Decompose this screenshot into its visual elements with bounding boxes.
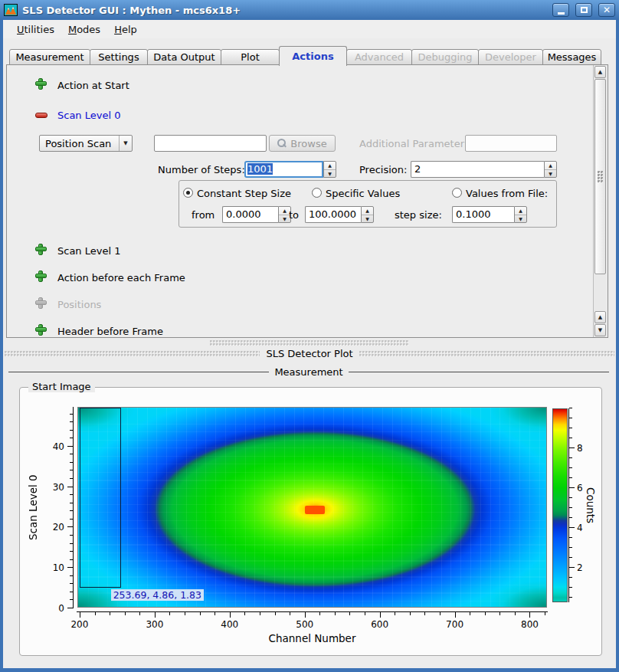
x-axis-tick-label: 200: [70, 619, 88, 630]
values-from-file-radio[interactable]: [452, 188, 462, 198]
expand-plus-icon[interactable]: [35, 270, 47, 282]
to-label: to: [289, 209, 299, 221]
additional-parameter-input[interactable]: [465, 135, 557, 152]
menu-utilities[interactable]: Utilities: [10, 21, 61, 38]
y-axis-tick: [70, 510, 73, 511]
header-before-frame-row[interactable]: Header before Frame: [57, 326, 163, 337]
scan-script-input[interactable]: [154, 135, 267, 152]
scroll-down-button[interactable]: ▼: [594, 324, 606, 336]
close-icon: ✕: [603, 5, 611, 15]
from-spinbox[interactable]: 0.0000 ▲▼: [222, 206, 291, 223]
tab-settings[interactable]: Settings: [90, 49, 148, 65]
zoom-selection-rect[interactable]: [80, 408, 121, 588]
collapse-minus-icon[interactable]: [35, 113, 47, 118]
spin-down-icon[interactable]: ▼: [362, 215, 373, 223]
x-axis-tick: [545, 612, 545, 615]
y-axis-tick: [70, 454, 73, 454]
x-axis-tick-label: 600: [371, 619, 388, 630]
x-axis-tick: [335, 612, 336, 615]
expand-plus-icon[interactable]: [35, 244, 47, 255]
magnifier-icon: [277, 139, 287, 148]
tab-data-output[interactable]: Data Output: [147, 49, 221, 65]
specific-values-radio[interactable]: [312, 188, 322, 198]
cb-axis-tick: [569, 537, 572, 538]
cb-axis-tick: [569, 477, 572, 478]
plot-dock-title: SLS Detector Plot: [266, 348, 352, 359]
splitter-handle[interactable]: [210, 340, 409, 346]
cb-axis-tick-label: 6: [577, 483, 583, 493]
y-axis-tick: [70, 470, 73, 470]
app-icon: [4, 4, 18, 16]
menu-bar: Utilities Modes Help: [3, 20, 616, 38]
x-axis-tick: [215, 612, 215, 615]
scroll-up-button[interactable]: ▲: [594, 66, 606, 78]
titlebar[interactable]: SLS Detector GUI : Mythen - mcs6x18+ ✕: [0, 0, 619, 20]
y-axis-tick: [70, 478, 73, 479]
scrollbar-thumb[interactable]: [594, 79, 606, 274]
y-axis-tick: [70, 575, 73, 576]
spin-down-icon[interactable]: ▼: [545, 170, 556, 178]
expand-plus-icon[interactable]: [35, 324, 47, 336]
spin-down-icon[interactable]: ▼: [515, 215, 526, 223]
cb-axis-tick: [569, 527, 575, 528]
step-mode-groupbox: Constant Step Size Specific Values Value…: [178, 180, 557, 228]
x-axis-tick: [95, 612, 96, 615]
precision-spinbox[interactable]: 2 ▲▼: [411, 161, 557, 178]
constant-step-radio[interactable]: [183, 188, 193, 198]
x-axis-tick-label: 300: [146, 619, 163, 630]
spin-up-icon[interactable]: ▲: [515, 207, 526, 215]
expand-plus-icon[interactable]: [35, 78, 47, 90]
cb-axis-tick: [569, 557, 572, 558]
menu-modes[interactable]: Modes: [61, 21, 107, 38]
spin-up-icon[interactable]: ▲: [362, 207, 373, 215]
scroll-up-button-2[interactable]: ▲: [594, 311, 606, 323]
dock-texture[interactable]: [5, 351, 260, 356]
spin-down-icon[interactable]: ▼: [324, 170, 336, 178]
scan-level-1-row[interactable]: Scan Level 1: [57, 245, 120, 257]
scan-level-0-row[interactable]: Scan Level 0: [57, 110, 120, 121]
maximize-button[interactable]: [575, 3, 592, 17]
browse-button[interactable]: Browse: [269, 135, 336, 152]
start-image-groupbox: Start Image Scan Level 0 010203040 253.6…: [19, 387, 602, 656]
x-axis-tick-label: 400: [221, 619, 238, 630]
vertical-scrollbar[interactable]: ▲ ▲ ▼: [593, 65, 607, 337]
y-axis-tick: [67, 487, 73, 487]
plot-y-axis: 010203040: [68, 407, 74, 608]
tab-advanced[interactable]: Advanced: [346, 49, 412, 65]
heatmap-canvas[interactable]: 253.69, 4.86, 1.83: [77, 407, 547, 608]
x-axis-tick: [455, 612, 456, 618]
action-at-start-row[interactable]: Action at Start: [57, 80, 129, 91]
cb-axis-tick: [569, 547, 572, 548]
minimize-button[interactable]: [552, 3, 569, 17]
x-axis-tick: [244, 612, 245, 615]
tab-developer[interactable]: Developer: [478, 49, 543, 65]
y-axis-tick: [70, 543, 73, 544]
x-axis-tick-label: 800: [521, 619, 539, 630]
x-axis-tick: [349, 612, 350, 615]
close-button[interactable]: ✕: [598, 3, 615, 17]
colorbar-axis: 2468: [568, 408, 575, 602]
menu-help[interactable]: Help: [107, 21, 144, 38]
to-spinbox[interactable]: 100.0000 ▲▼: [305, 206, 374, 223]
number-of-steps-spinbox[interactable]: 1001 ▲▼: [244, 161, 336, 178]
x-axis-tick: [110, 612, 110, 615]
app-body: Utilities Modes Help Measurement Setting…: [3, 20, 616, 668]
y-axis-tick: [70, 438, 73, 438]
action-before-frame-row[interactable]: Action before each Frame: [57, 272, 185, 284]
tab-plot[interactable]: Plot: [221, 49, 280, 65]
y-axis-tick: [70, 414, 73, 415]
step-size-spinbox[interactable]: 0.1000 ▲▼: [452, 206, 527, 223]
tab-messages[interactable]: Messages: [542, 49, 601, 65]
tab-measurement[interactable]: Measurement: [9, 49, 90, 65]
scan-mode-select[interactable]: Position Scan ▼: [39, 135, 133, 152]
plot-x-axis: 200300400500600700800: [77, 611, 548, 631]
spin-up-icon[interactable]: ▲: [545, 162, 556, 170]
scroll-down-icon: ▼: [598, 327, 602, 333]
tab-debugging[interactable]: Debugging: [411, 49, 479, 65]
tab-bar: Measurement Settings Data Output Plot Ac…: [9, 46, 601, 65]
x-axis-tick: [485, 612, 486, 615]
dock-texture[interactable]: [359, 351, 614, 356]
tab-actions[interactable]: Actions: [279, 46, 347, 66]
cb-axis-tick-label: 8: [577, 443, 583, 454]
spin-up-icon[interactable]: ▲: [324, 162, 336, 170]
